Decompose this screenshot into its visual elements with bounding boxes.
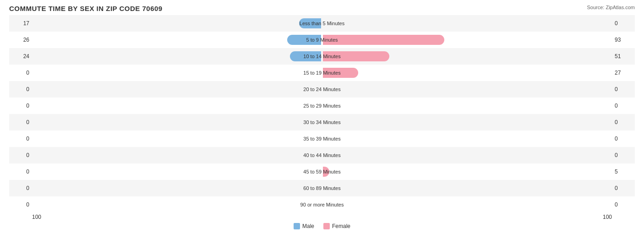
right-value: 0 bbox=[612, 136, 635, 142]
bars-section: 45 to 59 Minutes bbox=[32, 163, 612, 180]
bars-section: 5 to 9 Minutes bbox=[32, 32, 612, 48]
bar-row: 0 40 to 44 Minutes 0 bbox=[9, 147, 635, 163]
female-bar-container bbox=[322, 180, 612, 196]
bar-row: 0 30 to 34 Minutes 0 bbox=[9, 114, 635, 130]
right-value: 0 bbox=[612, 86, 635, 92]
male-bar-container bbox=[32, 81, 322, 98]
legend-female: Female bbox=[323, 223, 350, 229]
female-bar bbox=[323, 51, 389, 61]
male-bar bbox=[299, 18, 321, 28]
legend-male: Male bbox=[294, 223, 314, 229]
right-value: 0 bbox=[612, 185, 635, 191]
bars-section: 60 to 89 Minutes bbox=[32, 180, 612, 196]
left-value: 24 bbox=[9, 53, 32, 60]
male-bar-container bbox=[32, 32, 322, 48]
female-bar-container bbox=[322, 15, 612, 32]
right-value: 0 bbox=[612, 103, 635, 109]
right-value: 93 bbox=[612, 37, 635, 43]
right-value: 5 bbox=[612, 168, 635, 175]
bar-row: 0 25 to 29 Minutes 0 bbox=[9, 98, 635, 114]
bar-row: 17 Less than 5 Minutes 0 bbox=[9, 15, 635, 32]
bars-section: 30 to 34 Minutes bbox=[32, 114, 612, 130]
chart-container: COMMUTE TIME BY SEX IN ZIP CODE 70609 So… bbox=[0, 0, 644, 239]
female-bar-container bbox=[322, 65, 612, 81]
female-bar-container bbox=[322, 196, 612, 213]
female-bar-container bbox=[322, 32, 612, 48]
left-value: 0 bbox=[9, 119, 32, 125]
right-value: 51 bbox=[612, 53, 635, 60]
legend: Male Female bbox=[9, 223, 635, 229]
left-value: 26 bbox=[9, 37, 32, 43]
right-value: 27 bbox=[612, 70, 635, 76]
left-value: 0 bbox=[9, 103, 32, 109]
bar-row: 0 90 or more Minutes 0 bbox=[9, 196, 635, 213]
male-bar-container bbox=[32, 180, 322, 196]
female-bar-container bbox=[322, 98, 612, 114]
female-bar-container bbox=[322, 81, 612, 98]
male-bar-container bbox=[32, 114, 322, 130]
legend-female-label: Female bbox=[332, 223, 350, 229]
bars-section: 15 to 19 Minutes bbox=[32, 65, 612, 81]
bar-row: 26 5 to 9 Minutes 93 bbox=[9, 32, 635, 48]
male-bar-container bbox=[32, 15, 322, 32]
male-bar-container bbox=[32, 48, 322, 65]
axis-right: 100 bbox=[603, 214, 612, 220]
left-value: 0 bbox=[9, 201, 32, 208]
left-value: 17 bbox=[9, 20, 32, 27]
female-bar-container bbox=[322, 130, 612, 147]
axis-labels: 100 100 bbox=[9, 213, 635, 221]
female-bar bbox=[323, 68, 358, 78]
chart-area: 17 Less than 5 Minutes 0 26 5 to 9 Minut… bbox=[9, 15, 635, 213]
male-bar-container bbox=[32, 130, 322, 147]
bars-section: 20 to 24 Minutes bbox=[32, 81, 612, 98]
axis-left: 100 bbox=[32, 214, 41, 220]
legend-female-box bbox=[323, 223, 330, 229]
bars-section: 90 or more Minutes bbox=[32, 196, 612, 213]
bars-section: 25 to 29 Minutes bbox=[32, 98, 612, 114]
legend-male-box bbox=[294, 223, 300, 229]
bars-section: 10 to 14 Minutes bbox=[32, 48, 612, 65]
right-value: 0 bbox=[612, 152, 635, 158]
female-bar-container bbox=[322, 114, 612, 130]
female-bar-container bbox=[322, 147, 612, 163]
legend-male-label: Male bbox=[302, 223, 314, 229]
left-value: 0 bbox=[9, 86, 32, 92]
male-bar-container bbox=[32, 163, 322, 180]
male-bar-container bbox=[32, 147, 322, 163]
source-label: Source: ZipAtlas.com bbox=[587, 5, 635, 10]
female-bar bbox=[323, 167, 329, 177]
male-bar bbox=[287, 35, 321, 45]
chart-title: COMMUTE TIME BY SEX IN ZIP CODE 70609 bbox=[9, 5, 635, 12]
left-value: 0 bbox=[9, 152, 32, 158]
right-value: 0 bbox=[612, 119, 635, 125]
left-value: 0 bbox=[9, 70, 32, 76]
right-value: 0 bbox=[612, 20, 635, 27]
female-bar bbox=[323, 35, 444, 45]
bars-section: 35 to 39 Minutes bbox=[32, 130, 612, 147]
bar-row: 0 60 to 89 Minutes 0 bbox=[9, 180, 635, 196]
male-bar bbox=[290, 51, 321, 61]
female-bar-container bbox=[322, 163, 612, 180]
right-value: 0 bbox=[612, 201, 635, 208]
bars-section: 40 to 44 Minutes bbox=[32, 147, 612, 163]
left-value: 0 bbox=[9, 185, 32, 191]
female-bar-container bbox=[322, 48, 612, 65]
male-bar-container bbox=[32, 196, 322, 213]
left-value: 0 bbox=[9, 168, 32, 175]
bar-row: 24 10 to 14 Minutes 51 bbox=[9, 48, 635, 65]
left-value: 0 bbox=[9, 136, 32, 142]
bar-row: 0 20 to 24 Minutes 0 bbox=[9, 81, 635, 98]
bar-row: 0 45 to 59 Minutes 5 bbox=[9, 163, 635, 180]
male-bar-container bbox=[32, 98, 322, 114]
male-bar-container bbox=[32, 65, 322, 81]
bar-row: 0 35 to 39 Minutes 0 bbox=[9, 130, 635, 147]
bar-row: 0 15 to 19 Minutes 27 bbox=[9, 65, 635, 81]
bars-section: Less than 5 Minutes bbox=[32, 15, 612, 32]
